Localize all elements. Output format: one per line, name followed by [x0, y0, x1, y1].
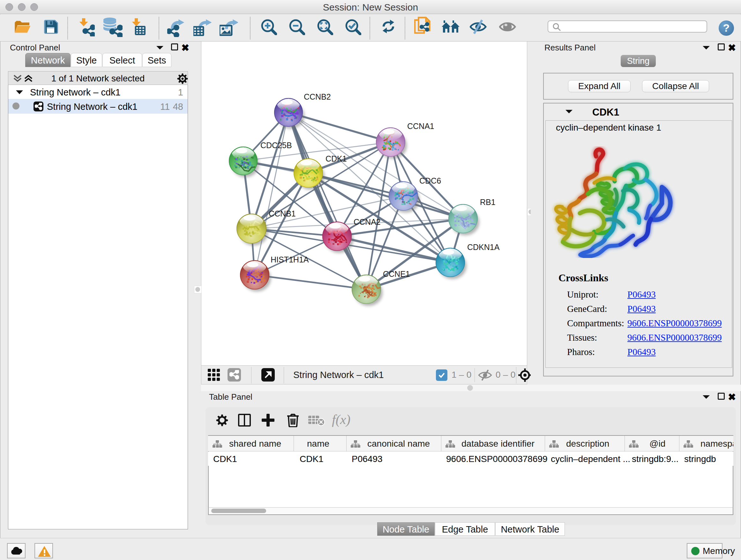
svg-text:CDC25B: CDC25B [260, 141, 292, 150]
svg-text:CCNB1: CCNB1 [269, 209, 296, 218]
svg-text:HIST1H1A: HIST1H1A [271, 255, 309, 264]
svg-text:CDC6: CDC6 [419, 176, 441, 185]
svg-text:RB1: RB1 [480, 198, 495, 206]
svg-text:CDKN1A: CDKN1A [467, 243, 500, 252]
svg-text:CCNE1: CCNE1 [383, 269, 410, 278]
svg-text:CCNA2: CCNA2 [354, 217, 381, 226]
svg-text:CCNA1: CCNA1 [407, 122, 434, 131]
svg-text:CCNB2: CCNB2 [304, 92, 331, 101]
svg-text:CDK1: CDK1 [326, 154, 347, 163]
